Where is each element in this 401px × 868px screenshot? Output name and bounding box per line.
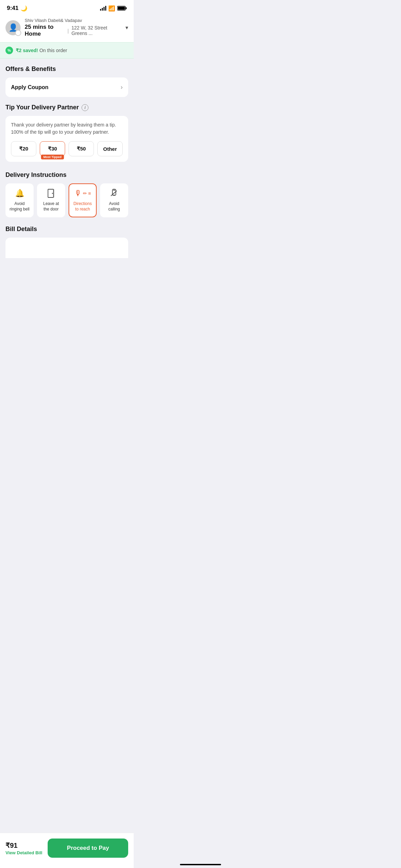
delivery-label-door: Leave at the door	[40, 201, 62, 212]
delivery-item-door[interactable]: Leave at the door	[37, 183, 65, 217]
delivery-label-bell: Avoid ringing bell	[9, 201, 30, 212]
offers-title: Offers & Benefits	[5, 65, 128, 73]
restaurant-name: Shiv Vilash Dabeli& Vadapav	[25, 18, 121, 23]
delivery-item-bell[interactable]: 🔔 Avoid ringing bell	[5, 183, 34, 217]
signal-icon	[100, 6, 106, 11]
svg-point-8	[114, 194, 114, 195]
bill-title: Bill Details	[5, 226, 128, 233]
tip-20-button[interactable]: ₹20	[11, 141, 36, 156]
battery-icon	[117, 6, 127, 11]
delivery-time-row: 25 mins to Home | 122 W, 32 Street Green…	[25, 24, 121, 37]
door-icon	[47, 189, 55, 198]
avatar: 👤	[5, 20, 21, 35]
tip-options: ₹20 ₹30 Most Tipped ₹50 Other	[11, 141, 123, 156]
bars-icon: ≡	[88, 191, 91, 196]
delivery-instructions-section: Delivery Instructions 🔔 Avoid ringing be…	[0, 162, 134, 217]
delivery-address: 122 W, 32 Street Greens ...	[72, 25, 121, 36]
bell-icon: 🔔	[15, 189, 24, 198]
tip-info-icon[interactable]: i	[82, 104, 88, 111]
mic-icon: 🎙	[74, 189, 82, 198]
chevron-down-icon[interactable]: ▾	[125, 24, 128, 31]
apply-coupon-button[interactable]: Apply Coupon ›	[5, 77, 128, 97]
offers-section: Offers & Benefits Apply Coupon ›	[0, 59, 134, 97]
tip-card: Thank your delivery partner by leaving t…	[5, 116, 128, 162]
coupon-card: Apply Coupon ›	[5, 77, 128, 97]
delivery-instructions-grid: 🔔 Avoid ringing bell Leave at the door 🎙…	[5, 183, 128, 217]
delivery-label-calling: Avoid calling	[104, 201, 125, 212]
svg-point-5	[52, 193, 53, 194]
status-bar: 9:41 🌙 📶	[0, 0, 134, 14]
savings-text: ₹2 saved! On this order	[16, 48, 67, 53]
coupon-label: Apply Coupon	[11, 84, 48, 91]
svg-rect-2	[118, 7, 125, 10]
savings-banner: % ₹2 saved! On this order	[0, 42, 134, 59]
avatar-icon: 👤	[9, 23, 18, 32]
edit-icon: ✏	[83, 191, 87, 196]
tip-message: Thank your delivery partner by leaving t…	[11, 121, 123, 136]
no-call-icon	[110, 189, 118, 198]
delivery-label-directions: Directions to reach	[72, 201, 93, 212]
svg-rect-1	[126, 7, 127, 9]
tip-other-button[interactable]: Other	[97, 141, 123, 156]
header-info: Shiv Vilash Dabeli& Vadapav 25 mins to H…	[25, 18, 121, 37]
tip-title-row: Tip Your Delivery Partner i	[5, 104, 128, 111]
savings-tag-icon: %	[5, 47, 13, 54]
delivery-item-calling[interactable]: Avoid calling	[100, 183, 128, 217]
separator: |	[68, 28, 69, 34]
tip-title: Tip Your Delivery Partner	[5, 104, 79, 111]
tip-section: Tip Your Delivery Partner i Thank your d…	[0, 97, 134, 162]
svg-rect-4	[53, 189, 54, 197]
coupon-chevron-icon: ›	[121, 84, 123, 91]
svg-rect-7	[113, 190, 115, 191]
moon-icon: 🌙	[21, 5, 27, 12]
delivery-item-directions[interactable]: 🎙 ✏ ≡ Directions to reach	[69, 183, 97, 217]
directions-icons: 🎙 ✏ ≡	[74, 189, 91, 198]
header: 👤 Shiv Vilash Dabeli& Vadapav 25 mins to…	[0, 14, 134, 42]
bill-section: Bill Details	[0, 217, 134, 258]
bill-card	[5, 238, 128, 258]
status-icons: 📶	[100, 5, 127, 12]
delivery-instructions-title: Delivery Instructions	[5, 171, 128, 179]
savings-amount: ₹2 saved!	[16, 48, 38, 53]
tip-50-button[interactable]: ₹50	[69, 141, 94, 156]
tip-30-button[interactable]: ₹30 Most Tipped	[40, 141, 65, 156]
wifi-icon: 📶	[108, 5, 115, 12]
most-tipped-badge: Most Tipped	[41, 155, 64, 159]
savings-suffix: On this order	[38, 48, 67, 53]
status-time: 9:41	[7, 5, 19, 12]
delivery-time: 25 mins to Home	[25, 24, 65, 37]
